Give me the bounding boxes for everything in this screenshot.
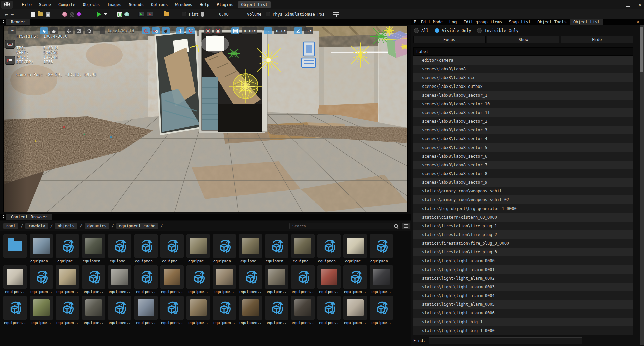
- content-item[interactable]: equipmen..: [3, 296, 27, 325]
- radio-invisible-only-icon[interactable]: [477, 28, 482, 33]
- content-item[interactable]: equipmen..: [134, 234, 158, 263]
- import-monitor-icon[interactable]: [147, 12, 153, 17]
- object-list-row[interactable]: scenes\labx8\labx8_sector_4: [413, 134, 633, 143]
- object-list-row[interactable]: statics\light\light_big_1_0000: [413, 326, 633, 335]
- object-list-row[interactable]: scenes\labx8\labx8_sector_6: [413, 152, 633, 161]
- object-list-row[interactable]: statics\armory_room\weapons_schit: [413, 187, 633, 195]
- content-item[interactable]: equipmen..: [160, 296, 184, 325]
- snap-magnet-button[interactable]: [186, 27, 195, 34]
- scrollbar-thumb[interactable]: [640, 27, 643, 72]
- content-item[interactable]: equipme..: [291, 234, 315, 263]
- sliders-settings-icon[interactable]: [333, 12, 339, 17]
- object-list-row[interactable]: scenes\labx8\labx8_outbox: [413, 82, 633, 91]
- object-list-row[interactable]: statics\cistern\cistern_03_0000: [413, 213, 633, 222]
- angle-snap-toggle-button[interactable]: [294, 27, 302, 34]
- content-item[interactable]: equipme..: [186, 234, 210, 263]
- content-item[interactable]: equipme..: [134, 265, 158, 294]
- save-button[interactable]: [46, 12, 50, 17]
- hint-slider[interactable]: [201, 12, 204, 17]
- viewport-camera-button[interactable]: [5, 40, 15, 49]
- content-item[interactable]: equipme..: [186, 296, 210, 325]
- tab-object-list[interactable]: Object List: [570, 19, 603, 25]
- material-button[interactable]: [76, 12, 82, 17]
- close-button[interactable]: ×: [639, 2, 641, 7]
- panel-close-icon[interactable]: ×: [636, 19, 639, 24]
- content-item[interactable]: equipmen..: [56, 265, 79, 294]
- menu-item-plugins[interactable]: Plugins: [214, 1, 237, 8]
- panel-menu-arrow-icon[interactable]: ▼: [3, 20, 4, 24]
- object-list-row[interactable]: statics\light\light_alarm_0000: [413, 256, 633, 265]
- content-item[interactable]: equipme..: [213, 265, 236, 294]
- object-list-row[interactable]: statics\light\light_alarm_0003: [413, 283, 633, 291]
- filter-all[interactable]: All: [414, 28, 429, 33]
- content-item[interactable]: equipme..: [3, 265, 27, 294]
- content-item[interactable]: equipme..: [370, 296, 393, 325]
- panel-menu-arrow-icon[interactable]: ▼: [414, 20, 416, 24]
- play-button[interactable]: [97, 12, 101, 17]
- content-item[interactable]: equipme..: [108, 234, 131, 263]
- shader-button[interactable]: [70, 12, 74, 17]
- object-list-row[interactable]: scenes\labx8\labx8_sector_2: [413, 117, 633, 126]
- content-item[interactable]: equipme..: [186, 265, 210, 294]
- content-item[interactable]: equipme..: [317, 296, 341, 325]
- content-item[interactable]: equipmen..: [56, 296, 79, 325]
- menu-item-object-list[interactable]: Object List: [238, 1, 271, 8]
- menu-item-sounds[interactable]: Sounds: [126, 1, 147, 8]
- content-item[interactable]: equipmen..: [30, 265, 53, 294]
- content-item[interactable]: equipmen..: [108, 296, 131, 325]
- content-item[interactable]: equipme..: [343, 234, 367, 263]
- play-options-dropdown-icon[interactable]: [104, 13, 107, 15]
- angle-step-dropdown[interactable]: 5: [304, 27, 313, 34]
- menu-item-objects[interactable]: Objects: [80, 1, 103, 8]
- content-item[interactable]: equipmen..: [82, 234, 105, 263]
- show-button[interactable]: Show: [487, 36, 559, 43]
- object-list-row[interactable]: statics\light\light_alarm_0006: [413, 309, 633, 318]
- axis-mode-dropdown[interactable]: ·: [100, 27, 105, 34]
- content-item[interactable]: equipmen..: [213, 296, 236, 325]
- forward-arrow-button[interactable]: →: [11, 11, 14, 17]
- content-item[interactable]: equipme..: [82, 265, 105, 294]
- crumb-objects[interactable]: objects: [55, 223, 77, 229]
- texture-button[interactable]: [62, 12, 67, 17]
- content-item[interactable]: equipmen..: [343, 265, 367, 294]
- grid-step-dropdown[interactable]: 0.10: [241, 27, 257, 34]
- content-item[interactable]: equipme..: [134, 296, 158, 325]
- content-item[interactable]: equipmen..: [317, 234, 341, 263]
- tab-object-tools[interactable]: Object Tools: [534, 19, 570, 25]
- hint-checkbox[interactable]: [182, 12, 186, 16]
- use-pos-label[interactable]: Use Pos: [308, 12, 325, 17]
- crumb-root[interactable]: root: [3, 223, 18, 229]
- content-browser-menu-button[interactable]: [402, 223, 410, 229]
- menu-item-options[interactable]: Options: [148, 1, 171, 8]
- scrollbar-track[interactable]: [640, 25, 644, 345]
- content-item[interactable]: equipme..: [265, 296, 288, 325]
- viewport-menu-button[interactable]: ≡: [8, 27, 16, 34]
- crumb-dynamics[interactable]: dynamics: [85, 223, 109, 229]
- panel-menu-arrow-icon[interactable]: ▼: [3, 215, 4, 219]
- find-input[interactable]: [429, 337, 582, 344]
- tab-log[interactable]: Log: [446, 19, 460, 25]
- content-item[interactable]: equipmen..: [213, 234, 236, 263]
- menu-item-compile[interactable]: Compile: [55, 1, 78, 8]
- content-item[interactable]: equipmen..: [30, 234, 53, 263]
- search-input[interactable]: [289, 223, 400, 229]
- object-list-row[interactable]: scenes\labx8\labx8_sector_11: [413, 108, 633, 117]
- browse-folder-button[interactable]: [164, 12, 169, 16]
- hide-button[interactable]: Hide: [561, 36, 633, 43]
- menu-item-file[interactable]: File: [19, 1, 35, 8]
- object-list-row[interactable]: editor\camera: [413, 56, 633, 65]
- minimize-button[interactable]: –: [614, 2, 617, 7]
- content-item[interactable]: equipmen..: [265, 234, 288, 263]
- object-list-row[interactable]: scenes\labx8\labx8_sector_5: [413, 143, 633, 152]
- content-item[interactable]: equipmen..: [108, 265, 131, 294]
- rotate-tool-button[interactable]: [85, 27, 93, 34]
- object-list-row[interactable]: statics\firestation\fire_plug_2: [413, 230, 633, 239]
- snap-grid-cross-button[interactable]: [176, 27, 184, 34]
- menu-item-scene[interactable]: Scene: [36, 1, 54, 8]
- tab-snap-list[interactable]: Snap List: [505, 19, 534, 25]
- phys-sim-checkbox[interactable]: [266, 12, 270, 16]
- filter-invisible-only[interactable]: Invisible Only: [477, 28, 518, 33]
- content-item[interactable]: ..: [3, 234, 27, 263]
- content-item[interactable]: equipmen..: [370, 234, 393, 263]
- viewport-layers-button[interactable]: [5, 56, 15, 65]
